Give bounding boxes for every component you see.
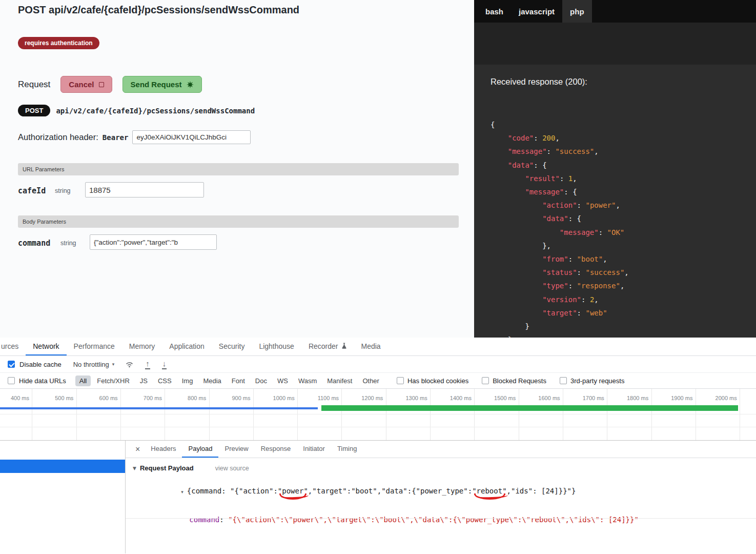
chip[interactable]: JS — [136, 375, 152, 386]
detail-tab-bar: × HeadersPayloadPreviewResponseInitiator… — [126, 441, 756, 458]
code-line: } — [491, 333, 629, 338]
tab-javascript[interactable]: javascript — [511, 0, 562, 23]
chip[interactable]: Img — [178, 375, 197, 386]
devtools-tab-bar: urces Network Performance Memory Applica… — [0, 338, 756, 356]
blocked-requests-label: Blocked Requests — [493, 377, 546, 385]
dtab[interactable]: Initiator — [297, 441, 331, 458]
tab-security[interactable]: Security — [212, 338, 252, 355]
has-blocked-cookies-checkbox[interactable] — [397, 377, 404, 384]
tab-recorder-label: Recorder — [309, 342, 338, 350]
tab-network[interactable]: Network — [26, 338, 66, 355]
auth-token-input[interactable] — [132, 130, 251, 144]
request-label: Request — [18, 80, 50, 90]
dtab[interactable]: Response — [255, 441, 297, 458]
tab-php[interactable]: php — [562, 0, 592, 23]
chip[interactable]: CSS — [154, 375, 176, 386]
chip[interactable]: WS — [273, 375, 292, 386]
requires-authentication-badge: requires authentication — [18, 37, 99, 49]
overview-bar-blue — [0, 407, 318, 409]
flask-icon — [341, 343, 347, 349]
network-overview: 400 ms500 ms600 ms700 ms800 ms900 ms1000… — [0, 389, 756, 441]
tab-bash[interactable]: bash — [478, 0, 511, 23]
import-har-icon[interactable]: ↑ — [145, 359, 151, 369]
payload-line-preview[interactable]: ▾{command: "{"action":"power","target":"… — [138, 479, 756, 503]
network-conditions-icon[interactable] — [125, 361, 134, 368]
code-line: }, — [491, 239, 629, 252]
request-controls: Request Cancel Send Request — [18, 76, 202, 93]
chip[interactable]: Wasm — [294, 375, 321, 386]
command-input[interactable] — [90, 234, 217, 250]
chip[interactable]: Other — [358, 375, 383, 386]
export-har-icon[interactable]: ↓ — [161, 359, 168, 369]
chip[interactable]: Font — [228, 375, 249, 386]
third-party-requests-checkbox[interactable] — [560, 377, 567, 384]
payload-command-tokens: command: "{\"action\":\"power\",\"target… — [189, 516, 639, 524]
burst-icon — [187, 81, 194, 88]
third-party-requests-filter: 3rd-party requests — [560, 377, 625, 385]
disable-cache-checkbox[interactable] — [8, 361, 15, 368]
cafeid-input[interactable] — [85, 182, 204, 197]
close-icon[interactable]: × — [131, 445, 145, 454]
chip[interactable]: Doc — [251, 375, 271, 386]
tick: 900 ms — [209, 395, 253, 401]
tick: 1400 ms — [430, 395, 474, 401]
tick: 800 ms — [165, 395, 209, 401]
chip[interactable]: Fetch/XHR — [93, 375, 134, 386]
authorization-row: Authorization header: Bearer — [18, 130, 251, 144]
tick: 1900 ms — [651, 395, 695, 401]
api-docs-panel: POST api/v2/cafe/{cafeId}/pcSessions/sen… — [0, 0, 474, 338]
dtab[interactable]: Payload — [182, 441, 218, 458]
tab-performance[interactable]: Performance — [67, 338, 122, 355]
blocked-requests-checkbox[interactable] — [482, 377, 489, 384]
code-line: command: "{\"action\":\"power\",\"target… — [189, 516, 639, 524]
code-line: "code": 200, — [491, 131, 629, 145]
chip[interactable]: Manifest — [323, 375, 356, 386]
code-line: "message": "success", — [491, 145, 629, 158]
send-request-button[interactable]: Send Request — [122, 76, 202, 93]
cancel-button[interactable]: Cancel — [60, 76, 112, 93]
tick: 1300 ms — [385, 395, 430, 401]
request-detail-panel: × HeadersPayloadPreviewResponseInitiator… — [126, 441, 756, 553]
tab-memory[interactable]: Memory — [122, 338, 162, 355]
tick: 400 ms — [0, 395, 32, 401]
payload-preview-tokens: {command: "{"action":"power","target":"b… — [187, 487, 576, 495]
tick: 1000 ms — [253, 395, 297, 401]
tab-sources[interactable]: urces — [0, 338, 26, 355]
detail-tabs: HeadersPayloadPreviewResponseInitiatorTi… — [145, 441, 363, 458]
code-line: { — [491, 118, 629, 131]
dtab[interactable]: Timing — [331, 441, 363, 458]
tab-media[interactable]: Media — [354, 338, 388, 355]
overview-bar-green — [321, 405, 738, 411]
tab-lighthouse[interactable]: Lighthouse — [252, 338, 301, 355]
dtab[interactable]: Headers — [145, 441, 182, 458]
view-source-link[interactable]: view source — [215, 465, 249, 472]
throttling-value: No throttling — [73, 361, 109, 368]
tick: 600 ms — [76, 395, 120, 401]
method-badge: POST — [18, 105, 50, 116]
language-tabs: bash javascript php — [474, 0, 756, 23]
request-payload-header: ▼ Request Payload view source — [133, 464, 756, 472]
tab-recorder[interactable]: Recorder — [301, 338, 354, 355]
code-line: "status": "success", — [491, 266, 629, 279]
overview-strip[interactable] — [0, 404, 756, 414]
body-parameters-header: Body Parameters — [18, 215, 459, 228]
code-line: {command: "{"action":"power","target":"b… — [187, 487, 576, 495]
code-line: "data": { — [491, 212, 629, 225]
bearer-label: Bearer — [103, 133, 129, 142]
throttling-dropdown[interactable]: No throttling ▾ — [73, 361, 115, 368]
request-type-filters: AllFetch/XHRJSCSSImgMediaFontDocWSWasmMa… — [75, 375, 383, 386]
stop-square-icon — [99, 82, 104, 87]
endpoint-path: api/v2/cafe/{cafeId}/pcSessions/sendWssC… — [56, 107, 255, 115]
tick: 2000 ms — [695, 395, 739, 401]
body-param-name: command — [18, 239, 50, 248]
chip[interactable]: Media — [199, 375, 225, 386]
code-line: "result": 1, — [491, 172, 629, 185]
selected-request-row[interactable] — [0, 460, 125, 473]
hide-data-urls-checkbox[interactable] — [8, 377, 15, 384]
tab-application[interactable]: Application — [162, 338, 212, 355]
network-filter-bar: Hide data URLs AllFetch/XHRJSCSSImgMedia… — [0, 373, 756, 389]
request-payload-title: Request Payload — [140, 464, 194, 472]
chip[interactable]: All — [75, 375, 91, 386]
send-request-label: Send Request — [131, 80, 182, 89]
dtab[interactable]: Preview — [218, 441, 254, 458]
